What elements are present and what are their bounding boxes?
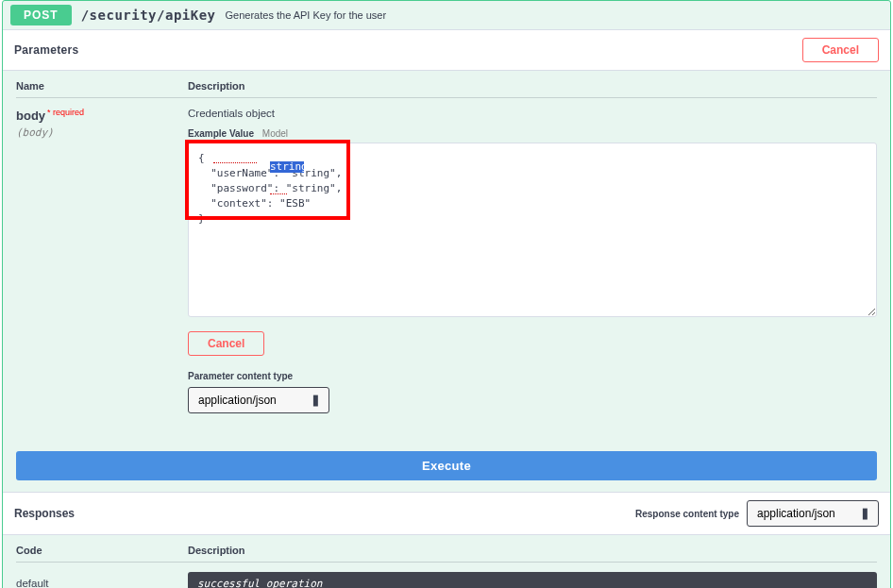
param-content-type-label: Parameter content type: [188, 371, 877, 381]
tab-example-value[interactable]: Example Value: [188, 128, 254, 139]
responses-title: Responses: [14, 507, 75, 520]
parameter-name: body: [16, 109, 45, 123]
col-header-code: Code: [16, 545, 188, 556]
operation-header[interactable]: POST /security/apiKey Generates the API …: [3, 1, 890, 29]
response-desc-cell: successful operation: [188, 572, 877, 588]
cancel-body-button[interactable]: Cancel: [188, 331, 264, 356]
response-row: default successful operation: [16, 572, 877, 588]
response-content-type-group: Response content type application/json ▋: [635, 500, 879, 527]
required-marker: * required: [45, 108, 84, 117]
execute-button[interactable]: Execute: [16, 451, 877, 480]
parameters-header-bar: Parameters Cancel: [3, 29, 890, 71]
col-header-name: Name: [16, 80, 188, 92]
body-editor-wrap: { "userName": "string", "password": "str…: [188, 143, 877, 320]
http-method-badge: POST: [10, 5, 72, 25]
endpoint-summary: Generates the API Key for the user: [226, 9, 387, 21]
response-description: successful operation: [188, 572, 877, 588]
col-header-description: Description: [188, 80, 877, 92]
response-content-type-select[interactable]: application/json: [747, 500, 879, 527]
model-tabs: Example Value Model: [188, 128, 877, 139]
parameters-body: Name Description body* required (body) C…: [3, 71, 890, 432]
responses-table-header: Code Description: [16, 545, 877, 563]
col-header-resp-description: Description: [188, 545, 877, 556]
parameter-description: Credentials object: [188, 108, 877, 119]
parameters-title: Parameters: [14, 43, 78, 57]
response-content-type-label: Response content type: [635, 509, 739, 519]
param-content-type-select-wrap: application/json ▋: [188, 387, 329, 413]
tab-model[interactable]: Model: [262, 128, 288, 139]
endpoint-path: /security/apiKey: [81, 8, 216, 23]
response-code: default: [16, 572, 188, 588]
parameter-in: (body): [16, 126, 188, 139]
parameter-row: body* required (body) Credentials object…: [16, 108, 877, 413]
operation-block: POST /security/apiKey Generates the API …: [2, 0, 891, 588]
cancel-tryout-button[interactable]: Cancel: [802, 38, 879, 62]
parameter-name-cell: body* required (body): [16, 108, 188, 413]
body-textarea[interactable]: { "userName": "string", "password": "str…: [188, 143, 877, 317]
parameters-table-header: Name Description: [16, 80, 877, 98]
responses-header-bar: Responses Response content type applicat…: [3, 492, 890, 535]
responses-body: Code Description default successful oper…: [3, 535, 890, 588]
parameter-desc-cell: Credentials object Example Value Model {…: [188, 108, 877, 413]
response-content-type-select-wrap: application/json ▋: [747, 500, 879, 527]
param-content-type-select[interactable]: application/json: [188, 387, 329, 413]
